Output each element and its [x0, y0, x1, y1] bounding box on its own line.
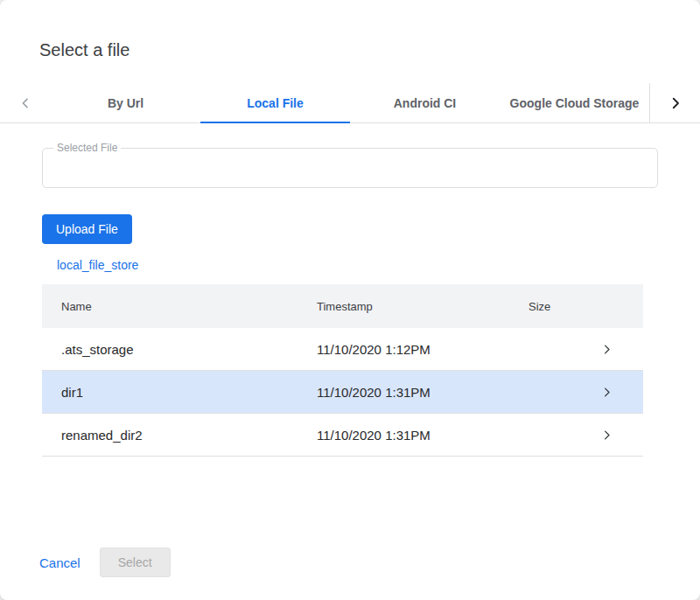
tab-bar: By Url Local File Android CI Google Clou… — [0, 83, 700, 123]
row-open-button[interactable] — [570, 343, 643, 356]
file-name: .ats_storage — [42, 342, 317, 357]
file-table: Name Timestamp Size .ats_storage 11/10/2… — [42, 284, 643, 457]
breadcrumb: local_file_store — [42, 258, 658, 272]
table-row[interactable]: .ats_storage 11/10/2020 1:12PM — [42, 328, 643, 371]
column-header-timestamp: Timestamp — [317, 300, 528, 313]
row-open-button[interactable] — [570, 429, 643, 442]
column-header-name: Name — [42, 300, 317, 313]
cancel-button[interactable]: Cancel — [39, 555, 80, 570]
chevron-right-icon — [600, 343, 613, 356]
tab-label: Android CI — [394, 96, 457, 110]
selected-file-label: Selected File — [53, 142, 121, 154]
row-open-button[interactable] — [570, 386, 643, 399]
tab-scroll-right-button[interactable] — [649, 83, 700, 122]
chevron-left-icon — [18, 96, 32, 110]
selected-file-input[interactable] — [43, 149, 657, 187]
tab-label: Local File — [247, 96, 304, 110]
file-name: renamed_dir2 — [42, 428, 317, 443]
table-header-row: Name Timestamp Size — [42, 284, 643, 328]
file-name: dir1 — [42, 385, 317, 400]
tab-local-file[interactable]: Local File — [200, 83, 350, 122]
chevron-right-icon — [600, 386, 613, 399]
file-timestamp: 11/10/2020 1:12PM — [317, 342, 528, 357]
tab-scroll-left-button[interactable] — [0, 83, 51, 122]
tab-list: By Url Local File Android CI Google Clou… — [51, 83, 649, 122]
tab-android-ci[interactable]: Android CI — [350, 83, 500, 122]
chevron-right-icon — [600, 429, 613, 442]
tab-by-url[interactable]: By Url — [51, 83, 200, 122]
file-timestamp: 11/10/2020 1:31PM — [317, 428, 528, 443]
chevron-right-icon — [668, 95, 683, 111]
column-header-size: Size — [528, 300, 570, 313]
select-button[interactable]: Select — [100, 548, 171, 577]
tab-panel-local-file: Selected File Upload File local_file_sto… — [0, 123, 700, 457]
file-timestamp: 11/10/2020 1:31PM — [317, 385, 528, 400]
dialog-title: Select a file — [0, 0, 700, 60]
table-row[interactable]: dir1 11/10/2020 1:31PM — [42, 371, 643, 414]
selected-file-field: Selected File — [42, 148, 658, 188]
tab-label: Google Cloud Storage — [510, 96, 640, 110]
select-file-dialog: Select a file By Url Local File Android … — [0, 0, 700, 600]
breadcrumb-local-file-store[interactable]: local_file_store — [57, 258, 138, 272]
tab-google-cloud-storage[interactable]: Google Cloud Storage — [500, 83, 649, 122]
upload-file-button[interactable]: Upload File — [42, 214, 132, 244]
dialog-footer: Cancel Select — [0, 548, 700, 600]
tab-label: By Url — [108, 96, 144, 110]
table-row[interactable]: renamed_dir2 11/10/2020 1:31PM — [42, 414, 643, 457]
